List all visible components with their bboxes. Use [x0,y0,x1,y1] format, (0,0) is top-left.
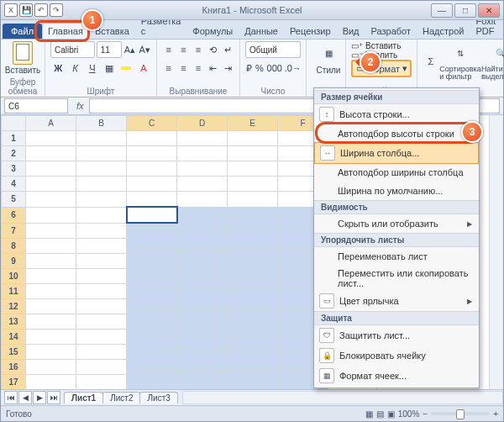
cell[interactable] [26,161,76,177]
underline-button[interactable]: Ч [85,60,100,76]
row-header-11[interactable]: 11 [2,284,26,299]
cell[interactable] [76,345,127,360]
align-right-button[interactable]: ≡ [192,60,205,76]
tab-file[interactable]: Файл [3,24,42,39]
menu-autofit-col[interactable]: Автоподбор ширины столбца [314,163,479,182]
font-name-select[interactable]: Calibri [50,41,95,58]
cell[interactable] [26,254,76,269]
cell[interactable] [127,314,177,330]
cell[interactable] [76,299,127,314]
close-button[interactable]: ✕ [478,3,500,18]
select-all-corner[interactable] [2,116,26,131]
col-header-D[interactable]: D [177,116,228,131]
indent-inc-button[interactable]: ⇥ [221,60,234,76]
cell[interactable] [177,207,228,223]
cell[interactable] [127,146,177,161]
sheet-nav-buttons[interactable]: ⏮◀▶⏭ [4,391,60,404]
cell[interactable] [127,360,177,375]
orientation-button[interactable]: ⟲ [207,41,220,58]
cell[interactable] [76,330,127,345]
paste-button[interactable]: Вставить [6,41,39,75]
cell[interactable] [127,131,177,146]
cell[interactable] [177,223,228,239]
cell[interactable] [228,345,278,360]
cell[interactable] [177,345,228,360]
cell[interactable] [228,330,278,345]
cell[interactable] [228,239,278,254]
cell[interactable] [228,360,278,375]
row-header-7[interactable]: 7 [2,223,26,239]
fill-color-button[interactable] [118,60,134,76]
tab-formulas[interactable]: Формулы [186,23,239,39]
qat-save[interactable]: 💾 [19,3,33,17]
cell[interactable] [26,146,76,161]
zoom-level[interactable]: 100% [398,409,420,419]
wrap-text-button[interactable]: ↵ [221,41,234,58]
row-header-13[interactable]: 13 [2,314,26,330]
cell[interactable] [127,299,177,314]
cell[interactable] [76,192,127,208]
cell[interactable] [228,254,278,269]
cell[interactable] [228,284,278,299]
cell[interactable] [177,254,228,269]
row-header-9[interactable]: 9 [2,254,26,269]
align-left-button[interactable]: ≡ [162,60,176,76]
cell[interactable] [177,314,228,330]
menu-format-cells[interactable]: ▦Формат ячеек... [314,366,479,386]
cell[interactable] [228,269,278,284]
row-header-15[interactable]: 15 [2,345,26,360]
cell[interactable] [76,146,127,161]
find-select-button[interactable]: 🔍 Найти и выделить [481,41,504,81]
cell[interactable] [26,207,76,223]
row-header-6[interactable]: 6 [2,207,26,223]
cell[interactable] [76,375,127,390]
zoom-in-button[interactable]: + [493,409,498,419]
menu-lock-cell[interactable]: 🔒Блокировать ячейку [314,346,479,366]
comma-button[interactable]: 000 [266,60,283,76]
cell[interactable] [127,207,177,223]
menu-column-width[interactable]: ↔Ширина столбца... [314,142,479,164]
cell[interactable] [127,284,177,299]
font-color-button[interactable]: A [136,60,151,76]
minimize-button[interactable]: — [431,3,453,18]
name-box[interactable]: C6 [4,98,68,113]
view-layout-icon[interactable]: ▤ [376,409,384,419]
cell[interactable] [177,360,228,375]
fx-icon[interactable]: fx [76,101,84,111]
cell[interactable] [177,284,228,299]
tab-developer[interactable]: Разработ [365,23,417,39]
menu-move-copy-sheet[interactable]: Переместить или скопировать лист... [314,266,479,291]
cell[interactable] [26,360,76,375]
maximize-button[interactable]: □ [454,3,476,18]
row-header-1[interactable]: 1 [2,131,26,146]
insert-cells-button[interactable]: Вставить [365,41,401,50]
col-header-A[interactable]: A [26,116,76,131]
menu-rename-sheet[interactable]: Переименовать лист [314,247,479,266]
row-header-2[interactable]: 2 [2,146,26,161]
tab-view[interactable]: Вид [337,23,365,39]
menu-default-width[interactable]: Ширина по умолчанию... [314,182,479,200]
qat-undo[interactable]: ↶ [34,3,48,17]
sheet-tab-3[interactable]: Лист3 [139,392,177,404]
border-button[interactable]: ▦ [102,60,117,76]
cell[interactable] [177,146,228,161]
row-header-10[interactable]: 10 [2,269,26,284]
cell[interactable] [76,269,127,284]
cell[interactable] [228,161,278,177]
cell[interactable] [26,192,76,208]
align-center-button[interactable]: ≡ [177,60,191,76]
col-header-C[interactable]: C [127,116,177,131]
cell[interactable] [26,345,76,360]
shrink-font-button[interactable]: A▾ [138,41,151,58]
align-bottom-button[interactable]: ≡ [192,41,205,58]
cell[interactable] [76,314,127,330]
cell[interactable] [228,177,278,192]
cell[interactable] [127,330,177,345]
cell[interactable] [76,207,127,223]
zoom-slider[interactable] [431,412,490,415]
cell[interactable] [127,269,177,284]
cell[interactable] [127,254,177,269]
qat-redo[interactable]: ↷ [50,3,63,17]
autosum-button[interactable]: Σ [423,53,439,70]
menu-row-height[interactable]: ↕Высота строки... [314,104,479,124]
